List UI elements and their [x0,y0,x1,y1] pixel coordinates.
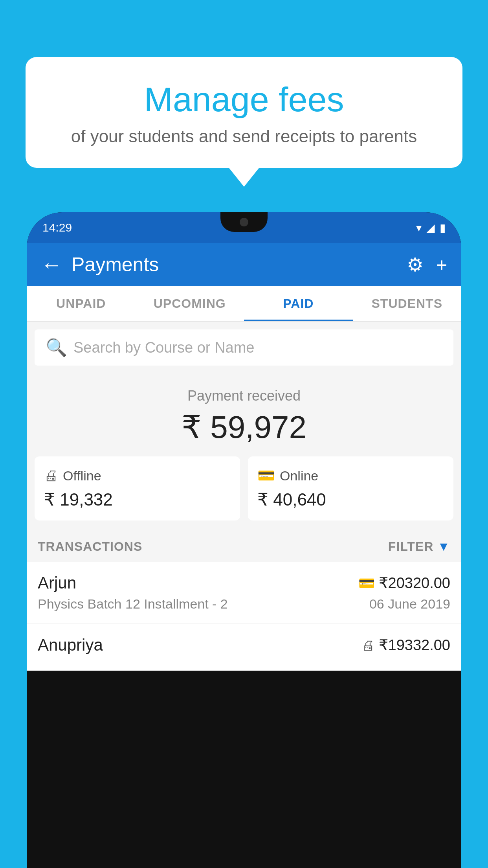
wifi-icon: ▾ [416,221,422,234]
offline-card-header: 🖨 Offline [44,467,231,484]
online-icon: 💳 [257,467,275,484]
online-card-header: 💳 Online [257,467,444,484]
table-row[interactable]: Arjun 💳 ₹20320.00 Physics Batch 12 Insta… [27,562,461,624]
tab-unpaid[interactable]: UNPAID [27,286,136,321]
add-icon[interactable]: + [436,254,447,276]
tab-upcoming[interactable]: UPCOMING [136,286,244,321]
offline-icon: 🖨 [44,467,58,484]
tab-bar: UNPAID UPCOMING PAID STUDENTS [27,286,461,322]
search-icon: 🔍 [46,337,67,358]
filter-icon: ▼ [437,539,450,554]
back-button[interactable]: ← [41,252,62,277]
offline-amount: ₹ 19,332 [44,489,231,509]
transaction-top-2: Anupriya 🖨 ₹19332.00 [38,636,450,655]
tab-paid[interactable]: PAID [244,286,353,321]
app-bar: ← Payments ⚙ + [27,243,461,286]
transaction-name-2: Anupriya [38,636,103,655]
payment-total-amount: ₹ 59,972 [41,409,447,445]
speech-bubble: Manage fees of your students and send re… [26,57,462,168]
search-bar[interactable]: 🔍 Search by Course or Name [35,329,453,366]
transaction-course-1: Physics Batch 12 Installment - 2 [38,596,228,612]
transaction-name-1: Arjun [38,574,76,592]
transaction-amount-1: 💳 ₹20320.00 [358,574,451,592]
status-time: 14:29 [42,221,72,234]
payment-cards-row: 🖨 Offline ₹ 19,332 💳 Online ₹ 40,640 [27,456,461,531]
payment-summary: Payment received ₹ 59,972 [27,373,461,456]
notch [220,212,268,232]
transactions-label: TRANSACTIONS [38,539,142,554]
app-bar-actions: ⚙ + [407,254,447,276]
signal-icon: ◢ [426,221,435,234]
bubble-subtitle: of your students and send receipts to pa… [45,127,443,146]
status-bar: 14:29 ▾ ◢ ▮ [27,212,461,243]
content-area: 🔍 Search by Course or Name Payment recei… [27,322,461,671]
offline-card: 🖨 Offline ₹ 19,332 [35,456,240,520]
battery-icon: ▮ [440,221,446,234]
cash-payment-icon: 🖨 [361,638,375,653]
transaction-date-1: 06 June 2019 [369,596,450,612]
transaction-amount-2: 🖨 ₹19332.00 [361,636,451,654]
search-placeholder: Search by Course or Name [73,339,254,356]
status-icons: ▾ ◢ ▮ [416,221,446,234]
phone-frame: 14:29 ▾ ◢ ▮ ← Payments ⚙ + UNPAID UPCOMI… [27,212,461,868]
filter-button[interactable]: FILTER ▼ [388,539,450,554]
page-title: Payments [72,253,407,276]
online-card: 💳 Online ₹ 40,640 [248,456,453,520]
table-row[interactable]: Anupriya 🖨 ₹19332.00 [27,624,461,671]
transaction-top-1: Arjun 💳 ₹20320.00 [38,574,450,592]
online-amount: ₹ 40,640 [257,489,444,509]
card-payment-icon: 💳 [358,575,375,591]
transactions-header: TRANSACTIONS FILTER ▼ [27,531,461,562]
camera [240,218,248,226]
tab-students[interactable]: STUDENTS [353,286,462,321]
settings-icon[interactable]: ⚙ [407,254,424,276]
payment-received-label: Payment received [41,388,447,404]
transaction-bottom-1: Physics Batch 12 Installment - 2 06 June… [38,596,450,612]
bubble-title: Manage fees [45,81,443,119]
